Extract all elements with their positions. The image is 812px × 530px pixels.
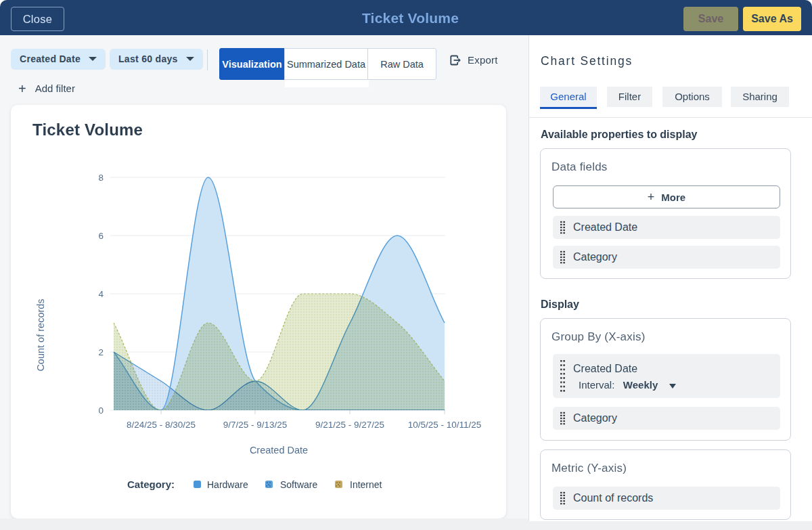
svg-text:0: 0 — [98, 405, 104, 416]
svg-text:9/21/25 - 9/27/25: 9/21/25 - 9/27/25 — [315, 420, 384, 430]
svg-text:Software: Software — [280, 479, 317, 490]
svg-text:6: 6 — [98, 231, 104, 241]
svg-text:4: 4 — [98, 289, 104, 299]
svg-text:8/24/25 - 8/30/25: 8/24/25 - 8/30/25 — [127, 420, 196, 430]
svg-text:Internet: Internet — [350, 479, 382, 490]
svg-text:Hardware: Hardware — [207, 479, 248, 490]
svg-text:10/5/25 - 10/11/25: 10/5/25 - 10/11/25 — [408, 420, 482, 430]
svg-text:8: 8 — [98, 173, 104, 183]
svg-text:9/7/25 - 9/13/25: 9/7/25 - 9/13/25 — [223, 420, 288, 430]
svg-text:Created Date: Created Date — [250, 445, 308, 456]
svg-text:Count of records: Count of records — [35, 299, 46, 371]
svg-text:2: 2 — [98, 347, 104, 357]
svg-text:Category:: Category: — [127, 479, 175, 490]
